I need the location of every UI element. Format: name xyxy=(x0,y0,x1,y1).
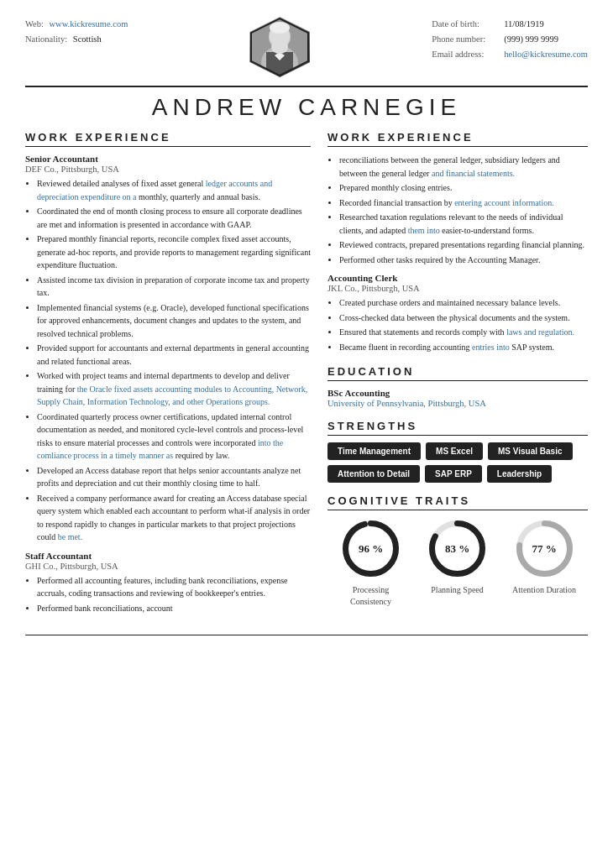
svg-point-7 xyxy=(270,22,290,34)
bullet-item: Created purchase orders and maintained n… xyxy=(339,296,588,310)
job-accounting-clerk: Accounting Clerk JKL Co., Pittsburgh, US… xyxy=(327,273,588,353)
phone-row: Phone number: (999) 999 9999 xyxy=(432,32,588,47)
bullet-item: Assisted income tax division in preparat… xyxy=(37,274,311,300)
work-exp-title-left: WORK EXPERIENCE xyxy=(25,131,311,147)
strength-tag-sap: SAP ERP xyxy=(425,465,482,483)
bullet-item: Recorded financial transaction by enteri… xyxy=(339,196,588,210)
email-row: Email address: hello@kickresume.com xyxy=(432,47,588,62)
portrait-svg xyxy=(249,17,310,77)
job-bullets-clerk: Created purchase orders and maintained n… xyxy=(327,296,588,353)
bullet-item: Implemented financial systems (e.g. Orac… xyxy=(37,301,311,341)
bullet-item: Reviewed contracts, prepared presentatio… xyxy=(339,238,588,252)
bullet-item: Coordinated the end of month closing pro… xyxy=(37,205,311,231)
main-name: ANDREW CARNEGIE xyxy=(152,94,461,120)
bullet-item: Performed bank reconciliations, account xyxy=(37,602,311,615)
bullet-item: Researched taxation regulations relevant… xyxy=(339,211,588,237)
strength-tag-excel: MS Excel xyxy=(426,442,483,460)
bullet-item: Prepared monthly financial reports, reco… xyxy=(37,233,311,272)
nationality-row: Nationality: Scottish xyxy=(25,32,128,47)
trait-processing: 96 % ProcessingConsistency xyxy=(339,517,402,608)
job-company-senior: DEF Co., Pittsburgh, USA xyxy=(25,165,311,174)
bullet-item: Became fluent in recording accounting en… xyxy=(339,341,588,354)
job-bullets-senior: Reviewed detailed analyses of fixed asse… xyxy=(25,177,311,544)
dob-label: Date of birth: xyxy=(432,17,499,32)
left-column: WORK EXPERIENCE Senior Accountant DEF Co… xyxy=(25,131,311,621)
bullet-item: Coordinated quarterly process owner cert… xyxy=(37,410,311,463)
email-value: hello@kickresume.com xyxy=(504,47,588,62)
main-columns: WORK EXPERIENCE Senior Accountant DEF Co… xyxy=(25,131,588,621)
trait-pct-attention: 77 % xyxy=(532,542,556,556)
header-right-info: Date of birth: 11/08/1919 Phone number: … xyxy=(432,17,588,62)
job-bullets-staff: Performed all accounting features, inclu… xyxy=(25,574,311,615)
edu-school: University of Pennsylvania, Pittsburgh, … xyxy=(327,399,588,408)
education-entry: BSc Accounting University of Pennsylvani… xyxy=(327,388,588,408)
job-title-clerk: Accounting Clerk xyxy=(327,273,588,283)
continuation-bullets: reconciliations between the general ledg… xyxy=(327,154,588,266)
phone-value: (999) 999 9999 xyxy=(504,32,558,47)
portrait xyxy=(249,17,310,77)
education-title: EDUCATION xyxy=(327,365,588,381)
bullet-item: Ensured that statements and records comp… xyxy=(339,326,588,339)
job-title-staff: Staff Accountant xyxy=(25,551,311,561)
trait-circle-attention: 77 % xyxy=(513,517,576,580)
job-company-clerk: JKL Co., Pittsburgh, USA xyxy=(327,284,588,293)
strengths-grid: Time Management MS Excel MS Visual Basic… xyxy=(327,442,588,483)
trait-label-processing: ProcessingConsistency xyxy=(350,584,391,608)
bullet-item: Cross-checked data between the physical … xyxy=(339,311,588,325)
portrait-inner xyxy=(249,17,310,77)
strengths-title: STRENGTHS xyxy=(327,420,588,436)
trait-pct-planning: 83 % xyxy=(445,542,469,556)
bullet-item: reconciliations between the general ledg… xyxy=(339,154,588,180)
trait-pct-processing: 96 % xyxy=(359,542,383,556)
trait-label-attention: Attention Duration xyxy=(512,584,576,596)
phone-label: Phone number: xyxy=(432,32,499,47)
strength-tag-attention: Attention to Detail xyxy=(327,465,420,483)
nationality-label: Nationality: xyxy=(25,34,67,44)
svg-point-8 xyxy=(271,40,288,54)
resume-page: Web: www.kickresume.com Nationality: Sco… xyxy=(0,0,613,868)
strength-tag-time: Time Management xyxy=(327,442,421,460)
bullet-item: Performed all accounting features, inclu… xyxy=(37,574,311,600)
web-label: Web: xyxy=(25,19,44,29)
web-row: Web: www.kickresume.com xyxy=(25,17,128,32)
job-title-senior: Senior Accountant xyxy=(25,154,311,164)
right-column: WORK EXPERIENCE reconciliations between … xyxy=(327,131,588,621)
trait-planning: 83 % Planning Speed xyxy=(426,517,489,608)
job-staff-accountant: Staff Accountant GHI Co., Pittsburgh, US… xyxy=(25,551,311,615)
dob-row: Date of birth: 11/08/1919 xyxy=(432,17,588,32)
trait-attention: 77 % Attention Duration xyxy=(512,517,576,608)
bullet-item: Worked with project teams and internal d… xyxy=(37,369,311,409)
email-label: Email address: xyxy=(432,47,499,62)
bullet-item: Received a company performance award for… xyxy=(37,492,311,544)
header-left-info: Web: www.kickresume.com Nationality: Sco… xyxy=(25,17,128,47)
job-company-staff: GHI Co., Pittsburgh, USA xyxy=(25,562,311,571)
traits-row: 96 % ProcessingConsistency 83 % Planning… xyxy=(327,517,588,608)
cognitive-traits-title: COGNITIVE TRAITS xyxy=(327,494,588,510)
bullet-item: Performed other tasks required by the Ac… xyxy=(339,254,588,267)
page-footer xyxy=(25,635,588,639)
strength-tag-leadership: Leadership xyxy=(487,465,552,483)
bullet-item: Provided support for accountants and ext… xyxy=(37,342,311,368)
bullet-item: Reviewed detailed analyses of fixed asse… xyxy=(37,177,311,203)
header-center xyxy=(249,17,310,77)
trait-label-planning: Planning Speed xyxy=(431,584,484,596)
bullet-item: Developed an Access database report that… xyxy=(37,464,311,490)
trait-circle-processing: 96 % xyxy=(339,517,402,580)
nationality-value: Scottish xyxy=(73,34,102,44)
strength-tag-visual: MS Visual Basic xyxy=(488,442,573,460)
header: Web: www.kickresume.com Nationality: Sco… xyxy=(25,17,588,87)
job-senior-accountant: Senior Accountant DEF Co., Pittsburgh, U… xyxy=(25,154,311,544)
name-row: ANDREW CARNEGIE xyxy=(25,94,588,121)
bullet-item: Prepared monthly closing entries. xyxy=(339,181,588,195)
dob-value: 11/08/1919 xyxy=(504,17,543,32)
work-exp-title-right: WORK EXPERIENCE xyxy=(327,131,588,147)
web-value: www.kickresume.com xyxy=(50,19,128,29)
trait-circle-planning: 83 % xyxy=(426,517,489,580)
edu-degree: BSc Accounting xyxy=(327,388,588,398)
